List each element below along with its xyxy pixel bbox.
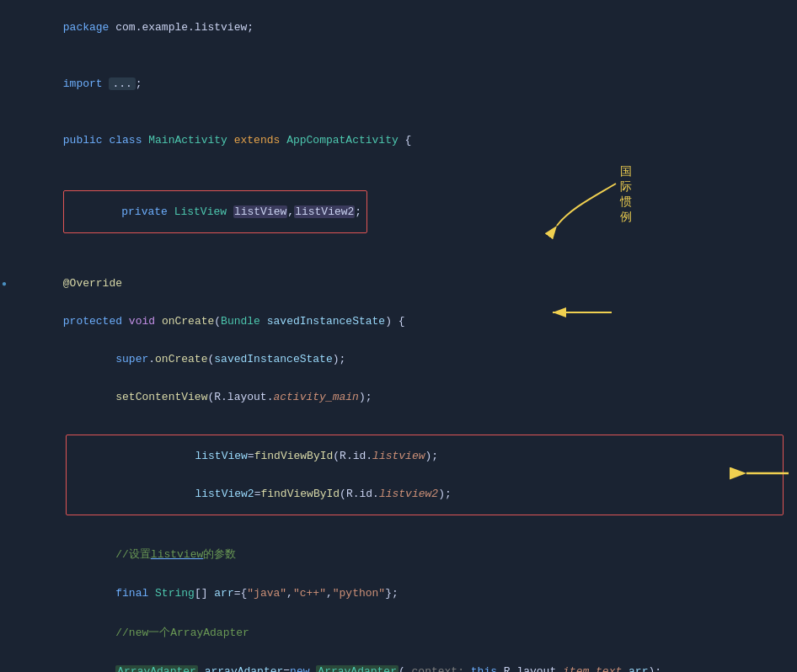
code-line: protected void onCreate(Bundle savedInst… (0, 302, 797, 340)
code-line: super.onCreate(savedInstanceState); (0, 340, 797, 378)
code-line (0, 246, 797, 264)
code-line (0, 103, 797, 121)
code-editor: package com.example.listview; import ...… (0, 0, 797, 672)
code-line: //设置listview的参数 (0, 534, 797, 574)
code-line: public class MainActivity extends AppCom… (0, 121, 797, 159)
code-line: setContentView(R.layout.activity_main); (0, 378, 797, 416)
code-line: listView=findViewById(R.id.listview); (70, 437, 779, 475)
code-line: ArrayAdapter arrayAdapter=new ArrayAdapt… (0, 653, 797, 672)
field-declaration-line: private ListView listView,listView2; (0, 178, 797, 246)
code-line (0, 159, 797, 178)
findviewbyid-block: listView=findViewById(R.id.listview); li… (0, 435, 797, 515)
code-line: final String[] arr={"java","c++","python… (0, 574, 797, 612)
code-line (0, 46, 797, 65)
code-line (0, 515, 797, 534)
code-line: ● @Override (0, 264, 797, 302)
code-line: //new一个ArrayAdapter (0, 612, 797, 653)
code-line: package com.example.listview; (0, 8, 797, 46)
code-line: listView2=findViewById(R.id.listview2); (70, 475, 779, 513)
code-line (0, 416, 797, 435)
protected-keyword: protected (63, 315, 122, 328)
code-line: import ...; (0, 65, 797, 103)
